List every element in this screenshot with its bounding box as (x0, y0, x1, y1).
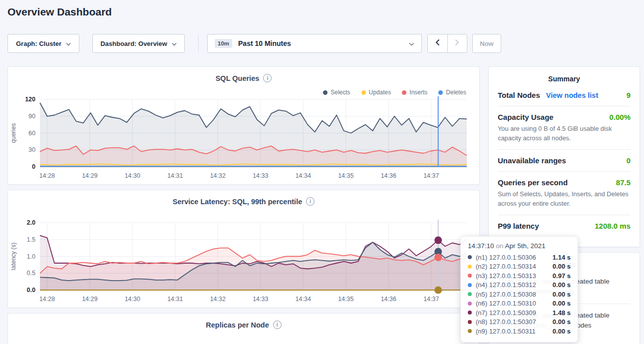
time-nav-group (427, 34, 467, 53)
overview-dashboard-page: Overview Dashboard Graph: Cluster Dashbo… (0, 0, 644, 344)
svg-text:14:37: 14:37 (423, 172, 439, 179)
chevron-down-icon (172, 39, 177, 48)
capacity-usage-value: 0.00% (609, 113, 631, 121)
series-dot-icon (468, 265, 472, 269)
chevron-down-icon (409, 39, 414, 48)
summary-row-p99: P99 latency 1208.0 ms (498, 222, 631, 230)
info-icon[interactable] (263, 74, 272, 82)
tooltip-row-n8: (n8) 127.0.0.1:503070.00 s (468, 318, 571, 327)
qps-desc: Sum of Selects, Updates, Inserts, and De… (498, 190, 631, 208)
summary-row-total-nodes: Total Nodes View nodes list 9 (498, 91, 631, 99)
service-latency-title: Service Latency: SQL, 99th percentile (173, 198, 303, 206)
series-dot-icon (468, 255, 472, 259)
series-dot-icon (468, 292, 472, 296)
replicas-per-node-title: Replicas per Node (206, 321, 269, 329)
svg-text:14:28: 14:28 (39, 172, 55, 179)
total-nodes-value: 9 (627, 91, 631, 99)
graph-dropdown[interactable]: Graph: Cluster (7, 34, 79, 53)
tooltip-row-n6: (n6) 127.0.0.1:503100.00 s (468, 299, 571, 309)
tooltip-row-n7: (n7) 127.0.0.1:503091.48 s (468, 308, 571, 318)
summary-card: Summary Total Nodes View nodes list 9 Ca… (488, 66, 640, 247)
sql-queries-chart[interactable]: 030609012014:2814:2914:3014:3114:3214:33… (8, 94, 479, 182)
summary-row-unavailable-ranges: Unavailable ranges 0 (498, 156, 631, 165)
svg-text:14:35: 14:35 (338, 296, 353, 303)
dashboard-dropdown-label: Dashboard: Overview (100, 40, 167, 47)
svg-text:0.5: 0.5 (27, 270, 35, 277)
tooltip-row-n4: (n4) 127.0.0.1:503120.00 s (468, 281, 571, 290)
svg-text:14:32: 14:32 (210, 172, 226, 179)
sql-queries-panel: SQL Queries Selects Updates Inserts Dele… (7, 66, 480, 185)
tooltip-row-n1: (n1) 127.0.0.1:503061.14 s (468, 253, 571, 262)
capacity-usage-desc: You are using 0 B of 4.5 GiB usable disk… (498, 124, 631, 143)
info-icon[interactable] (273, 321, 282, 329)
svg-text:14:28: 14:28 (39, 296, 55, 303)
series-dot-icon (468, 329, 472, 333)
now-button[interactable]: Now (472, 34, 501, 53)
dashboard-dropdown[interactable]: Dashboard: Overview (92, 34, 185, 53)
tooltip-row-n3: (n3) 127.0.0.1:503130.97 s (468, 271, 571, 281)
unavailable-ranges-value: 0 (627, 156, 631, 165)
controls-divider (198, 35, 199, 52)
svg-text:2.0: 2.0 (27, 219, 35, 226)
svg-text:queries: queries (10, 123, 17, 143)
chevron-left-icon (435, 39, 440, 48)
svg-text:14:33: 14:33 (253, 172, 268, 179)
svg-text:120: 120 (25, 96, 35, 103)
svg-text:14:34: 14:34 (296, 296, 311, 303)
svg-text:14:32: 14:32 (210, 296, 226, 303)
tooltip-row-n5: (n5) 127.0.0.1:503080.00 s (468, 290, 571, 299)
chevron-down-icon (66, 39, 71, 48)
svg-text:0: 0 (32, 163, 35, 170)
time-range-badge: 10m (215, 39, 232, 48)
chevron-right-icon (455, 39, 459, 48)
svg-text:14:30: 14:30 (125, 172, 140, 179)
summary-row-qps: Queries per second 87.5 (498, 178, 631, 187)
summary-heading: Summary (498, 75, 631, 83)
time-range-picker[interactable]: 10m Past 10 Minutes (207, 34, 422, 53)
series-dot-icon (468, 302, 472, 306)
svg-text:14:30: 14:30 (125, 296, 140, 303)
summary-row-capacity: Capacity Usage 0.00% (498, 113, 631, 121)
tooltip-timestamp: 14:37:10 on Apr 5th, 2021 (468, 242, 571, 250)
p99-latency-value: 1208.0 ms (595, 222, 631, 230)
svg-text:0.0: 0.0 (27, 287, 35, 294)
tooltip-row-n2: (n2) 127.0.0.1:503140.00 s (468, 262, 571, 272)
series-dot-icon (468, 274, 472, 278)
time-prev-button[interactable] (428, 34, 448, 52)
svg-text:14:35: 14:35 (338, 172, 353, 179)
graph-dropdown-label: Graph: Cluster (16, 40, 61, 47)
replicas-per-node-panel: Replicas per Node (7, 313, 480, 344)
svg-text:1.5: 1.5 (27, 236, 35, 243)
svg-text:14:36: 14:36 (381, 172, 396, 179)
svg-text:1.0: 1.0 (27, 253, 35, 260)
svg-text:latency (s): latency (s) (10, 243, 17, 270)
svg-text:14:34: 14:34 (296, 172, 311, 179)
svg-text:90: 90 (28, 113, 35, 120)
svg-text:14:31: 14:31 (167, 296, 183, 303)
now-button-label: Now (480, 40, 493, 47)
svg-text:14:29: 14:29 (82, 296, 97, 303)
view-nodes-list-link[interactable]: View nodes list (546, 91, 599, 99)
tooltip-row-n9: (n9) 127.0.0.1:503110.00 s (468, 327, 571, 336)
svg-text:14:36: 14:36 (381, 296, 396, 303)
svg-text:14:33: 14:33 (253, 296, 268, 303)
time-range-label: Past 10 Minutes (238, 39, 291, 47)
page-title: Overview Dashboard (7, 6, 112, 18)
time-next-button[interactable] (448, 34, 467, 52)
service-latency-panel: Service Latency: SQL, 99th percentile 0.… (7, 190, 480, 308)
series-dot-icon (468, 311, 472, 315)
series-dot-icon (468, 283, 472, 287)
svg-text:14:31: 14:31 (167, 172, 183, 179)
svg-text:14:29: 14:29 (82, 172, 97, 179)
qps-value: 87.5 (616, 178, 631, 187)
svg-text:30: 30 (28, 146, 35, 153)
info-icon[interactable] (306, 197, 315, 206)
sql-queries-title: SQL Queries (216, 74, 260, 82)
series-dot-icon (468, 320, 472, 324)
svg-text:14:37: 14:37 (423, 296, 439, 303)
svg-text:60: 60 (28, 130, 35, 137)
latency-hover-tooltip: 14:37:10 on Apr 5th, 2021 (n1) 127.0.0.1… (460, 236, 578, 343)
service-latency-chart[interactable]: 0.00.51.01.52.014:2814:2914:3014:3114:32… (8, 218, 479, 306)
